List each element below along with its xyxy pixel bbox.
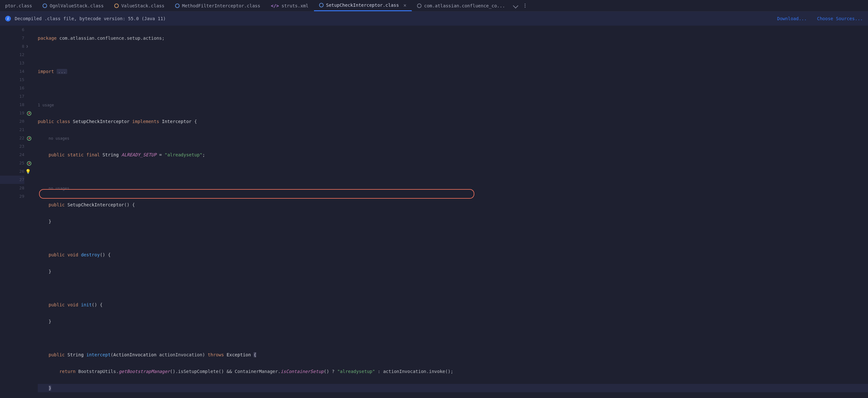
gutter: 6 7 8❯ 12 13 14 15 16 17 18 19 20 21 22 … [0,26,29,398]
tab-label: com.atlassian.confluence_co... [424,3,505,8]
line-number: 26 [19,169,24,174]
tab-label: struts.xml [281,3,308,8]
code-line: no usages [38,184,868,192]
inlay-usage[interactable]: no usages [49,136,69,141]
tab-label: SetupCheckInterceptor.class [326,3,399,8]
line-number: 12 [19,52,24,57]
class-icon [417,3,422,8]
info-icon: i [5,16,11,22]
code-line: public SetupCheckInterceptor() { [38,201,868,209]
code-line [38,84,868,92]
code-line: package com.atlassian.confluence.setup.a… [38,34,868,42]
fold-icon[interactable]: ❯ [26,42,28,51]
line-number: 17 [19,94,24,99]
inlay-usage[interactable]: no usages [49,186,69,191]
code-line: import ... [38,67,868,76]
code-editor[interactable]: 6 7 8❯ 12 13 14 15 16 17 18 19 20 21 22 … [0,26,868,398]
code-line: public void destroy() { [38,251,868,259]
folded-imports[interactable]: ... [57,69,67,74]
tab-actions-menu[interactable] [521,3,529,8]
tab-confluence-co[interactable]: com.atlassian.confluence_co... [412,0,510,11]
code-line: public class SetupCheckInterceptor imple… [38,117,868,125]
code-line [38,234,868,242]
code-line: } [38,217,868,226]
line-number: 22 [19,136,24,140]
line-number: 8 [22,44,24,49]
tab-label: ptor.class [5,3,32,8]
line-number: 19 [19,111,24,115]
tab-methodfilterinterceptor[interactable]: MethodFilterInterceptor.class [170,0,266,11]
code-line: public String intercept(ActionInvocation… [38,350,868,359]
editor-tabs-bar: ptor.class OgnlValueStack.class ValueSta… [0,0,868,11]
code-line: } [38,267,868,276]
interface-icon [114,3,119,8]
code-line: } [38,384,868,392]
decompiled-banner: i Decompiled .class file, bytecode versi… [0,11,868,26]
tab-label: MethodFilterInterceptor.class [182,3,260,8]
tab-valuestack[interactable]: ValueStack.class [109,0,170,11]
xml-icon: </> [271,3,279,8]
line-number: 24 [19,152,24,157]
code-line: public void init() { [38,301,868,309]
code-line [38,167,868,176]
line-number: 18 [19,102,24,107]
line-number: 29 [19,194,24,199]
line-number: 25 [19,161,24,165]
tab-label: ValueStack.class [121,3,164,8]
line-number: 15 [19,77,24,82]
line-number: 7 [22,35,24,40]
class-icon [175,3,180,8]
code-line [38,334,868,342]
banner-text: Decompiled .class file, bytecode version… [15,16,767,21]
tab-ptor[interactable]: ptor.class [0,0,37,11]
tab-struts-xml[interactable]: </> struts.xml [266,0,314,11]
inlay-usage[interactable]: 1 usage [38,103,54,107]
class-icon [319,3,323,7]
line-number: 27 [19,177,24,182]
line-number: 28 [19,186,24,190]
line-number: 21 [19,127,24,132]
line-number: 20 [19,119,24,124]
tab-label: OgnlValueStack.class [50,3,104,8]
code-line: return BootstrapUtils.getBootstrapManage… [38,367,868,375]
class-icon [42,3,47,8]
code-line: no usages [38,134,868,142]
download-link[interactable]: Download... [777,16,807,21]
scroll-marker-bar[interactable] [865,26,868,398]
code-line [38,284,868,292]
choose-sources-link[interactable]: Choose Sources... [817,16,863,21]
line-number: 14 [19,69,24,74]
open-tabs-dropdown[interactable] [513,3,518,8]
tab-ognlvaluestack[interactable]: OgnlValueStack.class [37,0,109,11]
line-number: 6 [22,27,24,32]
line-number: 16 [19,86,24,90]
code-area[interactable]: package com.atlassian.confluence.setup.a… [29,26,868,398]
code-line [38,51,868,59]
code-line: public static final String ALREADY_SETUP… [38,151,868,159]
code-line: 1 usage [38,101,868,109]
line-number: 23 [19,144,24,149]
close-icon[interactable]: × [403,2,406,8]
line-number: 13 [19,61,24,65]
code-line: } [38,317,868,325]
tab-setupcheckinterceptor[interactable]: SetupCheckInterceptor.class × [314,0,412,11]
